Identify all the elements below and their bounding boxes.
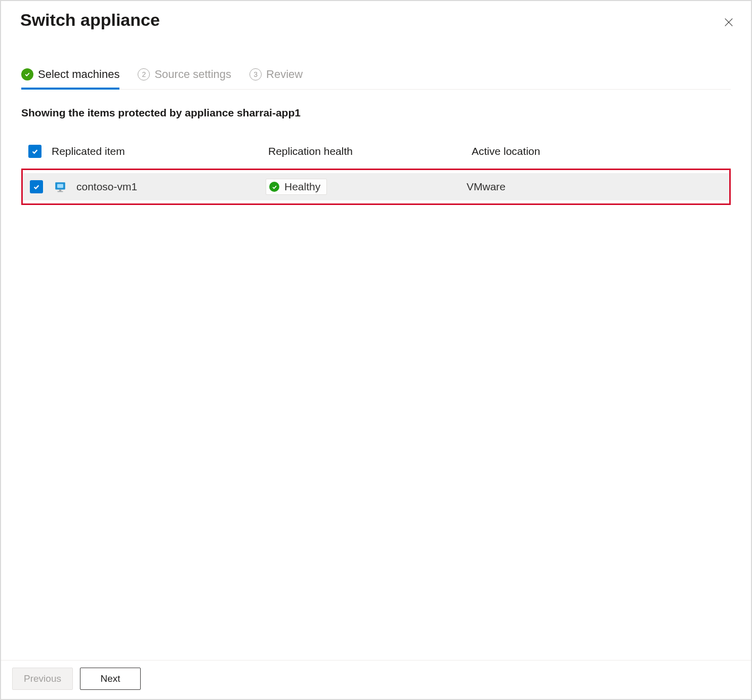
row-health-text: Healthy [284, 181, 320, 193]
step-source-settings[interactable]: 2 Source settings [138, 68, 231, 90]
next-button[interactable]: Next [80, 668, 141, 690]
showing-items-description: Showing the items protected by appliance… [21, 107, 731, 119]
panel-footer: Previous Next [1, 660, 751, 699]
replicated-items-table: Replicated item Replication health Activ… [21, 139, 731, 205]
step-number-badge: 2 [138, 68, 150, 80]
vm-icon [53, 180, 67, 194]
col-header-item[interactable]: Replicated item [52, 145, 264, 157]
selection-highlight: contoso-vm1 Healthy VMware [21, 169, 731, 205]
svg-rect-4 [59, 189, 61, 191]
check-icon [269, 182, 279, 192]
svg-rect-3 [57, 184, 63, 188]
step-select-machines[interactable]: Select machines [21, 68, 119, 90]
select-all-checkbox[interactable] [28, 145, 41, 158]
row-checkbox[interactable] [30, 180, 43, 193]
panel-content: Select machines 2 Source settings 3 Revi… [1, 30, 751, 660]
table-row[interactable]: contoso-vm1 Healthy VMware [23, 173, 729, 200]
step-label: Source settings [154, 69, 231, 80]
close-button[interactable] [722, 15, 736, 29]
panel-header: Switch appliance [1, 1, 751, 30]
step-review[interactable]: 3 Review [249, 68, 303, 90]
col-header-location[interactable]: Active location [462, 145, 731, 157]
health-badge: Healthy [266, 179, 327, 195]
col-header-health[interactable]: Replication health [264, 145, 462, 157]
wizard-stepper: Select machines 2 Source settings 3 Revi… [21, 68, 731, 90]
row-active-location: VMware [463, 181, 729, 193]
svg-rect-5 [58, 191, 63, 192]
close-icon [723, 17, 734, 28]
page-title: Switch appliance [20, 10, 160, 30]
switch-appliance-panel: Switch appliance Select machines 2 Sourc… [0, 0, 752, 700]
check-icon [21, 68, 33, 80]
step-label: Review [266, 69, 303, 80]
table-header-row: Replicated item Replication health Activ… [21, 139, 731, 163]
step-label: Select machines [38, 69, 119, 80]
step-number-badge: 3 [249, 68, 262, 80]
previous-button[interactable]: Previous [12, 668, 73, 690]
row-vm-name: contoso-vm1 [76, 181, 137, 193]
